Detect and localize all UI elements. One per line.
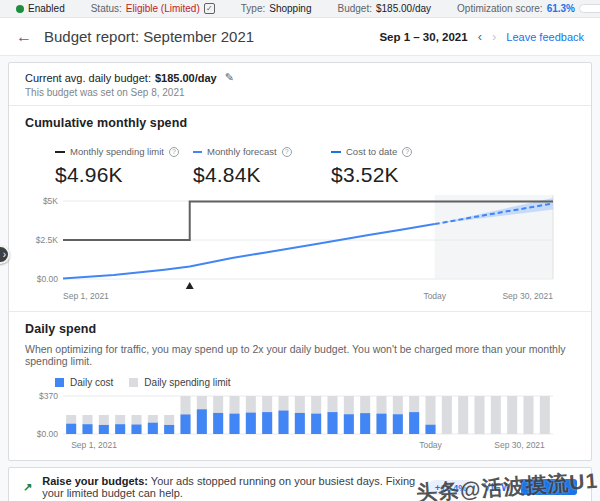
recommendation-title: Raise your budgets:: [42, 475, 148, 487]
optimization-score: Optimization score: 61.3%: [457, 3, 600, 14]
status-label: Status:: [91, 3, 122, 14]
cost-to-date-legend-mark: [331, 151, 341, 153]
daily-spend-chart[interactable]: $370$0.00Sep 1, 2021TodaySep 30, 2021: [27, 390, 571, 454]
svg-text:Sep 30, 2021: Sep 30, 2021: [494, 440, 545, 450]
daily-limit-swatch-icon: [129, 378, 138, 387]
type-value: Shopping: [269, 3, 311, 14]
forecast-legend-mark: [193, 151, 202, 153]
report-body: Current avg. daily budget: $185.00/day ✎…: [0, 56, 600, 501]
help-icon[interactable]: ?: [402, 147, 412, 157]
budget-value: $185.00/day: [376, 3, 431, 14]
campaign-budget: Budget: $185.00/day: [338, 3, 432, 14]
metric-monthly-forecast: Monthly forecast ? $4.84K: [193, 146, 331, 187]
enabled-dot-icon: [16, 5, 24, 13]
cumulative-spend-chart[interactable]: $5K$2.5K$0.00Sep 1, 2021TodaySep 30, 202…: [27, 191, 571, 305]
svg-text:$0.00: $0.00: [37, 274, 59, 284]
svg-text:Today: Today: [423, 291, 446, 301]
optimization-score-bar: [579, 4, 600, 13]
current-budget-value: $185.00/day: [155, 72, 217, 84]
page-title: Budget report: September 2021: [44, 28, 254, 45]
optimization-score-label: Optimization score:: [457, 3, 543, 14]
daily-section-title: Daily spend: [25, 322, 575, 336]
enabled-label: Enabled: [28, 3, 65, 14]
cumulative-metrics: Monthly spending limit ? $4.96K Monthly …: [55, 146, 575, 187]
help-icon[interactable]: ?: [169, 147, 179, 157]
next-period-button[interactable]: ›: [492, 29, 496, 44]
metric-label: Monthly forecast: [207, 146, 277, 157]
svg-text:$5K: $5K: [43, 196, 58, 206]
current-budget-label: Current avg. daily budget:: [25, 72, 151, 84]
campaign-status-bar: Enabled Status: Eligible (Limited) ✓ Typ…: [0, 0, 600, 18]
recommendation-text: Raise your budgets: Your ads stopped run…: [42, 475, 428, 499]
svg-text:Today: Today: [419, 440, 442, 450]
status-details-icon[interactable]: ✓: [204, 3, 215, 14]
report-header: ← Budget report: September 2021 Sep 1 – …: [0, 18, 600, 56]
uplift-badge: +11.4%: [428, 480, 474, 495]
budget-report-page: Enabled Status: Eligible (Limited) ✓ Typ…: [0, 0, 600, 501]
svg-text:$370: $370: [39, 391, 58, 401]
optimization-score-value: 61.3%: [547, 3, 575, 14]
status-value: Eligible (Limited): [126, 3, 200, 14]
budget-label: Budget:: [338, 3, 372, 14]
metric-label: Monthly spending limit: [70, 146, 164, 157]
campaign-type: Type: Shopping: [241, 3, 312, 14]
svg-text:$2.5K: $2.5K: [36, 235, 59, 245]
metric-value: $3.52K: [331, 163, 469, 187]
eligibility-status: Status: Eligible (Limited) ✓: [91, 3, 215, 14]
metric-value: $4.84K: [193, 163, 331, 187]
svg-text:Sep 1, 2021: Sep 1, 2021: [71, 440, 117, 450]
leave-feedback-link[interactable]: Leave feedback: [506, 31, 584, 43]
date-range[interactable]: Sep 1 – 30, 2021: [379, 31, 467, 43]
metric-monthly-spending-limit: Monthly spending limit ? $4.96K: [55, 146, 193, 187]
daily-spend-section: Daily spend When optimizing for traffic,…: [9, 312, 591, 460]
trending-up-icon: ↗: [23, 481, 32, 494]
metric-cost-to-date: Cost to date ? $3.52K: [331, 146, 469, 187]
svg-text:Sep 1, 2021: Sep 1, 2021: [63, 291, 109, 301]
cumulative-spend-section: Cumulative monthly spend Monthly spendin…: [9, 106, 591, 311]
daily-section-subtitle: When optimizing for traffic, you may spe…: [25, 343, 575, 367]
help-icon[interactable]: ?: [282, 147, 292, 157]
apply-button[interactable]: [521, 479, 577, 495]
current-budget-info: Current avg. daily budget: $185.00/day ✎…: [9, 63, 591, 105]
type-label: Type:: [241, 3, 265, 14]
svg-text:$0.00: $0.00: [37, 429, 59, 439]
view-recommendation-link[interactable]: VIEW: [484, 482, 511, 493]
daily-cost-legend-label: Daily cost: [70, 377, 113, 388]
daily-chart-legend: Daily cost Daily spending limit: [55, 377, 575, 388]
metric-label: Cost to date: [346, 146, 397, 157]
svg-text:Sep 30, 2021: Sep 30, 2021: [502, 291, 553, 301]
daily-cost-swatch-icon: [55, 378, 64, 387]
budget-report-card: Current avg. daily budget: $185.00/day ✎…: [8, 62, 592, 461]
daily-limit-legend-label: Daily spending limit: [144, 377, 230, 388]
cumulative-section-title: Cumulative monthly spend: [25, 116, 575, 130]
back-arrow-button[interactable]: ←: [16, 28, 32, 46]
edit-budget-icon[interactable]: ✎: [225, 71, 234, 84]
enabled-status[interactable]: Enabled: [16, 3, 65, 14]
metric-value: $4.96K: [55, 163, 193, 187]
prev-period-button[interactable]: ‹: [478, 29, 482, 44]
spending-limit-legend-mark: [55, 151, 65, 153]
budget-set-note: This budget was set on Sep 8, 2021: [25, 87, 575, 98]
recommendation-card: ↗ Raise your budgets: Your ads stopped r…: [8, 467, 592, 501]
